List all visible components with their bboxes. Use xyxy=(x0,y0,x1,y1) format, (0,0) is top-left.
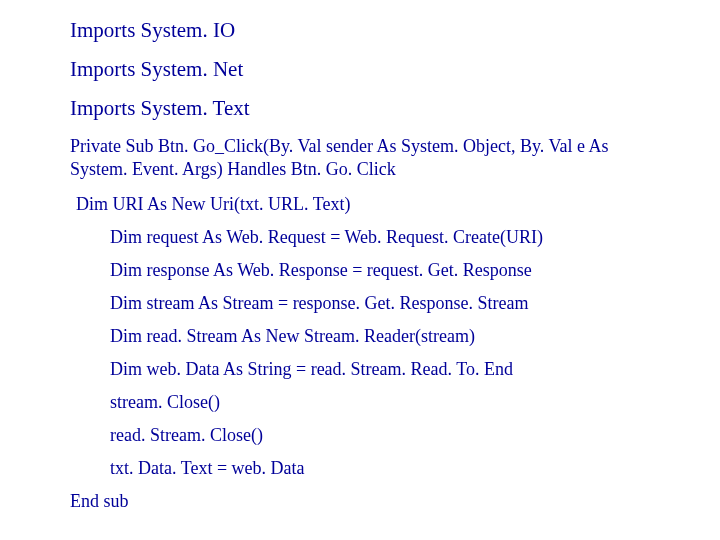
sub-declaration: Private Sub Btn. Go_Click(By. Val sender… xyxy=(70,135,640,180)
code-line: Dim stream As Stream = response. Get. Re… xyxy=(70,293,720,314)
end-sub: End sub xyxy=(70,491,720,512)
code-line: Dim web. Data As String = read. Stream. … xyxy=(70,359,720,380)
code-line: Dim read. Stream As New Stream. Reader(s… xyxy=(70,326,720,347)
import-statement: Imports System. Net xyxy=(70,57,720,82)
import-statement: Imports System. Text xyxy=(70,96,720,121)
code-line: Dim request As Web. Request = Web. Reque… xyxy=(70,227,720,248)
code-line: Dim URI As New Uri(txt. URL. Text) xyxy=(70,194,720,215)
code-line: read. Stream. Close() xyxy=(70,425,720,446)
code-line: txt. Data. Text = web. Data xyxy=(70,458,720,479)
code-line: stream. Close() xyxy=(70,392,720,413)
code-line: Dim response As Web. Response = request.… xyxy=(70,260,720,281)
import-statement: Imports System. IO xyxy=(70,18,720,43)
